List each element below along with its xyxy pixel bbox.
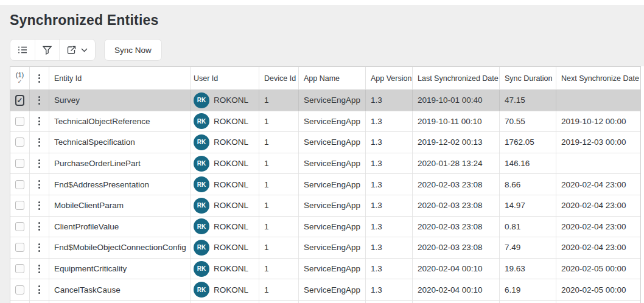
row-select-cell[interactable] xyxy=(10,90,30,111)
row-checkbox[interactable] xyxy=(15,117,24,126)
row-checkbox[interactable] xyxy=(15,180,24,189)
column-header-app-name[interactable]: App Name xyxy=(299,67,366,89)
sync-duration-cell: 14.97 xyxy=(500,195,556,216)
column-header-next-synchronize-date[interactable]: Next Synchronize Date xyxy=(556,67,640,89)
table-row[interactable]: CancelTaskCause RK ROKONL 1 ServiceEngAp… xyxy=(10,279,640,301)
table-row[interactable]: Survey RK ROKONL 1 ServiceEngApp 1.3 201… xyxy=(10,90,640,111)
row-menu-header[interactable] xyxy=(30,67,49,89)
user-id-cell: RK ROKONL xyxy=(191,153,259,174)
app-version-cell: 1.3 xyxy=(366,111,413,132)
column-header-app-version[interactable]: App Version xyxy=(366,67,413,89)
app-version-cell xyxy=(366,301,413,303)
table-body: Survey RK ROKONL 1 ServiceEngApp 1.3 201… xyxy=(10,90,640,303)
row-select-cell[interactable] xyxy=(10,132,30,153)
row-checkbox[interactable] xyxy=(15,95,24,106)
user-name: ROKONL xyxy=(214,285,248,294)
row-menu-cell[interactable] xyxy=(30,132,49,153)
kebab-menu-icon[interactable] xyxy=(35,262,44,276)
sync-duration-cell xyxy=(500,301,556,303)
row-checkbox[interactable] xyxy=(15,285,24,294)
next-synchronize-date-cell xyxy=(556,301,640,303)
next-synchronize-date-cell: 2020-02-04 23:00 xyxy=(556,195,640,216)
user-avatar: RK xyxy=(194,282,209,298)
column-header-user-id[interactable]: User Id xyxy=(191,67,259,89)
row-select-cell[interactable] xyxy=(10,195,30,216)
row-select-cell[interactable] xyxy=(10,111,30,132)
kebab-menu-icon[interactable] xyxy=(35,199,44,212)
row-checkbox[interactable] xyxy=(15,243,24,252)
app-name-cell: ServiceEngApp xyxy=(299,279,366,300)
app-name-cell xyxy=(299,301,366,303)
row-menu-cell[interactable] xyxy=(30,195,49,216)
row-select-cell[interactable] xyxy=(10,301,30,303)
kebab-menu-icon[interactable] xyxy=(35,136,44,149)
device-id-cell: 1 xyxy=(259,259,299,279)
row-select-cell[interactable] xyxy=(10,237,30,258)
table-row[interactable]: Fnd$AddressPresentation RK ROKONL 1 Serv… xyxy=(10,174,640,195)
filter-button[interactable] xyxy=(35,40,60,60)
column-header-device-id[interactable]: Device Id xyxy=(259,67,299,89)
table-header-row: (1) ✓ Entity Id User Id Device Id App Na… xyxy=(10,67,640,90)
kebab-menu-icon[interactable] xyxy=(35,157,44,170)
row-menu-cell[interactable] xyxy=(30,111,49,132)
row-menu-cell[interactable] xyxy=(30,153,49,174)
synchronized-entities-table: (1) ✓ Entity Id User Id Device Id App Na… xyxy=(10,66,641,303)
kebab-menu-icon[interactable] xyxy=(35,178,44,191)
row-checkbox[interactable] xyxy=(15,201,24,210)
row-select-cell[interactable] xyxy=(10,279,30,300)
app-version-cell: 1.3 xyxy=(366,259,413,279)
kebab-menu-icon xyxy=(35,72,44,85)
table-row[interactable]: ClientProfileValue RK ROKONL 1 ServiceEn… xyxy=(10,217,640,238)
export-button[interactable] xyxy=(60,40,95,60)
row-menu-cell[interactable] xyxy=(30,279,49,300)
app-version-cell: 1.3 xyxy=(366,279,413,300)
row-checkbox[interactable] xyxy=(15,222,24,231)
table-row[interactable]: TechnicalSpecification RK ROKONL 1 Servi… xyxy=(10,132,640,153)
row-checkbox[interactable] xyxy=(15,138,24,147)
row-menu-cell[interactable] xyxy=(30,90,49,111)
kebab-menu-icon[interactable] xyxy=(35,283,44,296)
table-row[interactable]: MobileClientParam RK ROKONL 1 ServiceEng… xyxy=(10,195,640,217)
last-synchronized-date-cell: 2019-10-01 00:40 xyxy=(413,90,500,111)
scrollbar-gutter[interactable] xyxy=(641,66,644,303)
device-id-cell: 1 xyxy=(259,217,299,237)
device-id-cell: 1 xyxy=(259,132,299,153)
kebab-menu-icon[interactable] xyxy=(35,220,44,233)
row-menu-cell[interactable] xyxy=(30,237,49,258)
table-row[interactable] xyxy=(10,301,640,303)
table-row[interactable]: Fnd$MobileObjectConnectionConfig RK ROKO… xyxy=(10,237,640,259)
table-row[interactable]: TechnicalObjectReference RK ROKONL 1 Ser… xyxy=(10,111,640,133)
row-select-cell[interactable] xyxy=(10,259,30,279)
user-avatar: RK xyxy=(194,176,209,192)
row-select-cell[interactable] xyxy=(10,153,30,174)
next-synchronize-date-cell: 2019-10-12 00:00 xyxy=(556,111,640,132)
column-header-sync-duration[interactable]: Sync Duration xyxy=(500,67,556,89)
user-id-cell xyxy=(191,301,259,303)
table-row[interactable]: PurchaseOrderLinePart RK ROKONL 1 Servic… xyxy=(10,153,640,175)
list-view-button[interactable] xyxy=(10,40,35,60)
user-name: ROKONL xyxy=(214,159,248,168)
row-menu-cell[interactable] xyxy=(30,301,49,303)
row-menu-cell[interactable] xyxy=(30,217,49,237)
select-all-header[interactable]: (1) ✓ xyxy=(10,67,30,89)
column-header-entity-id[interactable]: Entity Id xyxy=(49,67,191,89)
sync-now-button[interactable]: Sync Now xyxy=(104,39,162,61)
column-header-last-synchronized-date[interactable]: Last Synchronized Date xyxy=(413,67,500,89)
app-version-cell: 1.3 xyxy=(366,174,413,195)
kebab-menu-icon[interactable] xyxy=(35,114,44,128)
table-row[interactable]: EquipmentCriticality RK ROKONL 1 Service… xyxy=(10,259,640,280)
row-checkbox[interactable] xyxy=(15,159,24,168)
device-id-cell: 1 xyxy=(259,174,299,195)
row-checkbox[interactable] xyxy=(15,264,24,273)
row-menu-cell[interactable] xyxy=(30,259,49,279)
row-select-cell[interactable] xyxy=(10,174,30,195)
toolbar-button-group xyxy=(10,39,96,61)
kebab-menu-icon[interactable] xyxy=(35,241,44,254)
user-name: ROKONL xyxy=(214,138,248,147)
row-menu-cell[interactable] xyxy=(30,174,49,195)
entity-id-cell: Fnd$MobileObjectConnectionConfig xyxy=(49,237,191,258)
user-avatar: RK xyxy=(194,156,209,172)
toolbar: Sync Now xyxy=(10,39,634,61)
kebab-menu-icon[interactable] xyxy=(35,94,44,107)
row-select-cell[interactable] xyxy=(10,217,30,237)
